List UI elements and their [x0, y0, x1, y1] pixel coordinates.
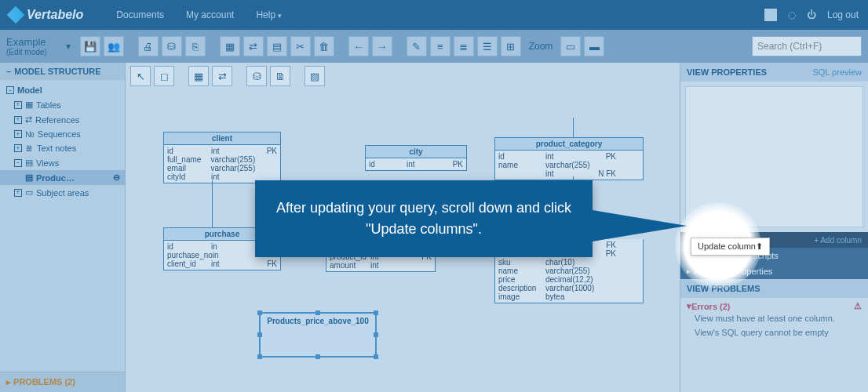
panel-title: VIEW PROPERTIES — [687, 67, 767, 77]
search-input[interactable]: Search (Ctrl+F) — [752, 36, 862, 56]
tree-views[interactable]: -▤Views — [0, 155, 125, 170]
undo-icon[interactable]: ← — [348, 36, 369, 56]
logout-link[interactable]: Log out — [827, 9, 859, 20]
errors-list: ▾ Errors (2) ⚠ View must have at least o… — [680, 298, 868, 343]
nav-my-account[interactable]: My account — [177, 5, 243, 25]
tree-sequences[interactable]: +№Sequences — [0, 127, 125, 141]
model-structure-panel: – MODEL STRUCTURE -Model +▦Tables +⇄Refe… — [0, 63, 126, 392]
align-right-icon[interactable]: ☰ — [477, 36, 498, 56]
add-table-icon[interactable]: ▦ — [188, 66, 209, 86]
tree-subject-areas[interactable]: +▭Subject areas — [0, 185, 125, 200]
add-ref-icon[interactable]: ⇄ — [212, 66, 232, 86]
brand-logo[interactable]: Vertabelo — [9, 8, 83, 22]
export-sql-icon[interactable]: ⛁ — [162, 36, 182, 56]
error-item[interactable]: View's SQL query cannot be empty — [687, 325, 862, 339]
entity-city[interactable]: city idintPK — [365, 145, 467, 171]
entity-client[interactable]: client idintPK full_namevarchar(255) ema… — [163, 132, 281, 183]
caret-right-icon: ▸ — [687, 267, 691, 275]
errors-title[interactable]: ▾ Errors (2) ⚠ — [687, 301, 862, 311]
print-icon[interactable]: 🖨 — [138, 36, 159, 56]
add-column-link[interactable]: + Add column — [814, 236, 862, 245]
align-left-icon[interactable]: ≡ — [430, 36, 450, 56]
view-properties-panel: VIEW PROPERTIES SQL preview ▾ Columns + … — [680, 63, 868, 392]
add-area-icon[interactable]: ▨ — [305, 66, 325, 86]
warning-icon: ⚠ — [854, 301, 862, 311]
model-tree: -Model +▦Tables +⇄References +№Sequences… — [0, 80, 125, 203]
nav-right: ◌ ⏻ Log out — [764, 9, 859, 21]
tutorial-tooltip: After updating your query, scroll down a… — [255, 180, 593, 257]
cursor-click-icon: ⬆ — [756, 241, 763, 251]
doc-dropdown-icon[interactable]: ▾ — [66, 41, 71, 52]
zoom-actual-icon[interactable]: ▬ — [584, 36, 604, 56]
collapse-icon: – — [6, 67, 11, 76]
view-title: Products_price_above_100 — [261, 314, 375, 328]
section-label: Additional properties — [694, 267, 772, 276]
view-products-price-above-100[interactable]: Products_price_above_100 — [259, 312, 377, 358]
entity-title: product_category — [495, 138, 643, 151]
nav-help[interactable]: Help — [246, 5, 290, 25]
canvas-toolbar: ↖ ◻ ▦ ⇄ ⛁ 🗎 ▨ — [130, 66, 325, 86]
zoom-label: Zoom — [529, 41, 553, 52]
pointer-tool-icon[interactable]: ↖ — [130, 66, 151, 86]
share-icon[interactable]: 👥 — [104, 36, 124, 56]
toolbar: Example (Edit mode) ▾ 💾 👥 🖨 ⛁ ⎘ ▦ ⇄ ▤ ✂ … — [0, 30, 868, 63]
doc-mode: (Edit mode) — [6, 48, 47, 56]
model-structure-header[interactable]: – MODEL STRUCTURE — [0, 63, 125, 80]
new-ref-icon[interactable]: ⇄ — [243, 36, 264, 56]
tree-root[interactable]: -Model — [0, 83, 125, 97]
edit-icon[interactable]: ✎ — [407, 36, 427, 56]
distribute-icon[interactable]: ⊞ — [501, 36, 521, 56]
problems-bar[interactable]: ▸ PROBLEMS (2) — [0, 372, 125, 392]
tooltip-text: After updating your query, scroll down a… — [276, 200, 571, 237]
tree-view-item[interactable]: ▤Produc…⊖ — [0, 170, 125, 185]
view-properties-header: VIEW PROPERTIES SQL preview — [680, 63, 868, 82]
nav-links: Documents My account Help — [107, 5, 290, 25]
entity-title: city — [366, 146, 466, 158]
update-columns-button[interactable]: Update column⬆ — [691, 238, 770, 256]
properties-section[interactable]: ▸ Additional properties — [680, 263, 868, 279]
marquee-tool-icon[interactable]: ◻ — [154, 66, 174, 86]
export-xml-icon[interactable]: ⎘ — [185, 36, 206, 56]
tree-references[interactable]: +⇄References — [0, 112, 125, 127]
redo-icon[interactable]: → — [372, 36, 392, 56]
sql-preview-link[interactable]: SQL preview — [812, 67, 862, 77]
entity-title: client — [164, 132, 280, 145]
new-view-icon[interactable]: ▤ — [267, 36, 287, 56]
align-center-icon[interactable]: ≣ — [454, 36, 474, 56]
panel-title: MODEL STRUCTURE — [14, 67, 100, 76]
tree-tables[interactable]: +▦Tables — [0, 97, 125, 112]
tree-textnotes[interactable]: +🗎Text notes — [0, 141, 125, 155]
add-note-icon[interactable]: 🗎 — [270, 66, 290, 86]
top-nav: Vertabelo Documents My account Help ◌ ⏻ … — [0, 0, 868, 30]
entity-product-category[interactable]: product_category idintPK namevarchar(255… — [494, 137, 644, 180]
avatar[interactable] — [764, 9, 777, 21]
power-icon: ⏻ — [807, 9, 816, 20]
brand-text: Vertabelo — [27, 8, 83, 22]
save-icon[interactable]: 💾 — [80, 36, 100, 56]
zoom-fit-icon[interactable]: ▭ — [560, 36, 581, 56]
nav-documents[interactable]: Documents — [107, 5, 173, 25]
doc-name: Example — [6, 36, 46, 48]
view-problems-header: VIEW PROBLEMS — [680, 279, 868, 298]
add-seq-icon[interactable]: ⛁ — [246, 66, 267, 86]
sql-editor-area[interactable] — [685, 86, 863, 227]
new-table-icon[interactable]: ▦ — [220, 36, 240, 56]
delete-icon[interactable]: 🗑 — [314, 36, 334, 56]
doc-title[interactable]: Example (Edit mode) — [6, 36, 63, 56]
chat-icon[interactable]: ◌ — [788, 9, 796, 20]
cut-icon[interactable]: ✂ — [290, 36, 311, 56]
logo-icon — [7, 6, 25, 24]
error-item[interactable]: View must have at least one column. — [687, 311, 862, 325]
